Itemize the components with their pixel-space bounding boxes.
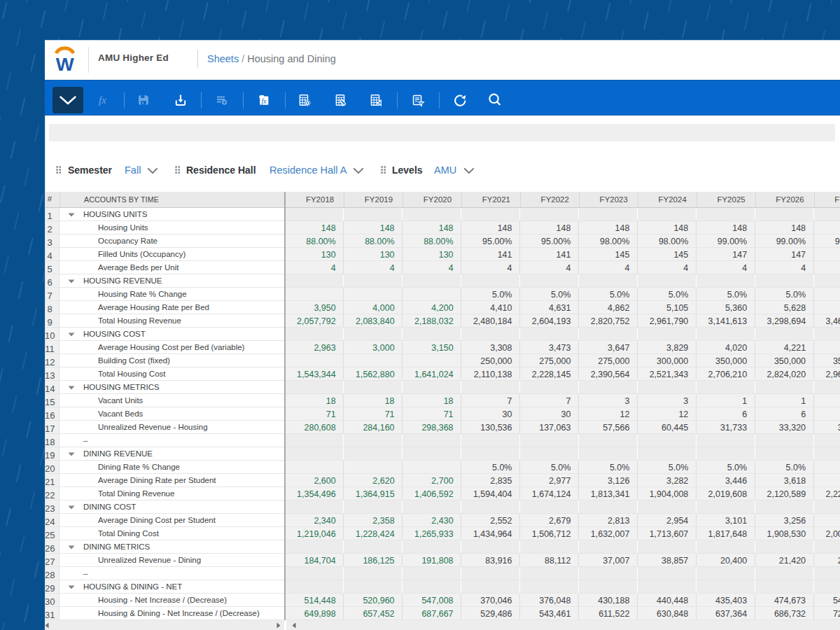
svg-text:fx: fx — [99, 94, 106, 106]
svg-text:W: W — [56, 55, 74, 74]
svg-text:fx: fx — [262, 98, 267, 105]
